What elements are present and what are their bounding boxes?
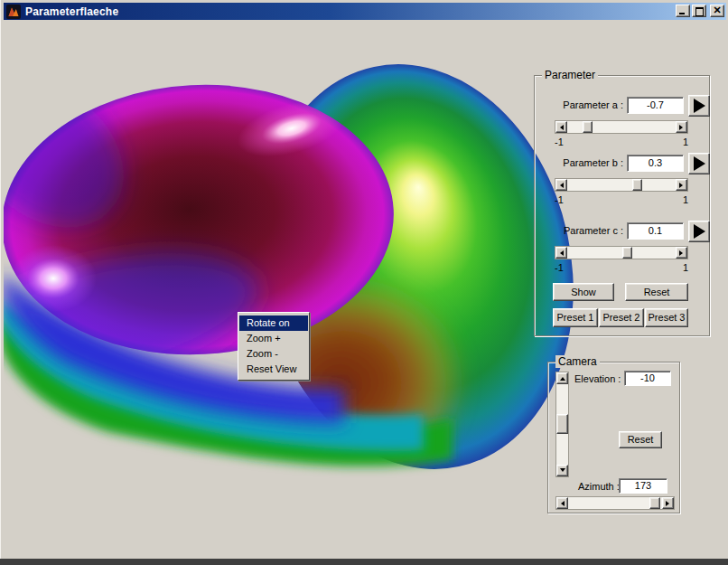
app-window: Parameterflaeche ✕ bbox=[0, 0, 728, 559]
elevation-slider[interactable] bbox=[555, 372, 569, 477]
param-c-field[interactable]: 0.1 bbox=[627, 222, 684, 240]
reset-button[interactable]: Reset bbox=[625, 283, 688, 301]
param-a-slider-thumb[interactable] bbox=[583, 121, 593, 133]
param-c-min-label: -1 bbox=[555, 262, 564, 273]
slider-up-arrow-icon[interactable] bbox=[556, 372, 568, 384]
maximize-button[interactable] bbox=[692, 5, 706, 17]
play-icon bbox=[694, 99, 705, 113]
slider-down-arrow-icon[interactable] bbox=[556, 465, 568, 476]
play-icon bbox=[694, 224, 705, 239]
azimuth-slider[interactable] bbox=[555, 496, 675, 510]
elevation-field[interactable]: -10 bbox=[624, 371, 671, 386]
show-button[interactable]: Show bbox=[553, 283, 614, 301]
slider-left-arrow-icon[interactable] bbox=[555, 121, 567, 133]
desktop-edge bbox=[0, 559, 728, 565]
matlab-icon bbox=[6, 5, 21, 19]
azimuth-slider-thumb[interactable] bbox=[649, 497, 660, 509]
param-b-play-button[interactable] bbox=[688, 153, 710, 174]
menu-item-zoom-out[interactable]: Zoom - bbox=[239, 346, 308, 362]
minimize-button[interactable] bbox=[676, 5, 690, 17]
preset1-button[interactable]: Preset 1 bbox=[553, 308, 598, 327]
close-icon: ✕ bbox=[711, 5, 723, 16]
camera-reset-button[interactable]: Reset bbox=[619, 431, 662, 448]
param-b-min-label: -1 bbox=[555, 194, 564, 205]
azimuth-field[interactable]: 173 bbox=[619, 478, 667, 494]
param-a-min-label: -1 bbox=[555, 137, 564, 147]
play-icon bbox=[694, 156, 705, 171]
param-a-slider[interactable] bbox=[555, 120, 688, 134]
titlebar[interactable]: Parameterflaeche ✕ bbox=[4, 3, 726, 20]
param-b-max-label: 1 bbox=[661, 194, 688, 205]
elevation-slider-thumb[interactable] bbox=[556, 414, 568, 434]
param-a-play-button[interactable] bbox=[688, 95, 710, 117]
param-c-max-label: 1 bbox=[661, 262, 688, 273]
param-b-slider-thumb[interactable] bbox=[632, 179, 642, 191]
parameter-panel-title: Parameter bbox=[542, 69, 598, 81]
slider-right-arrow-icon[interactable] bbox=[676, 121, 687, 133]
elevation-label: Elevation : bbox=[574, 373, 621, 384]
param-a-max-label: 1 bbox=[661, 137, 688, 147]
slider-left-arrow-icon[interactable] bbox=[556, 497, 568, 509]
param-a-field[interactable]: -0.7 bbox=[627, 97, 684, 114]
window-title: Parameterflaeche bbox=[25, 5, 118, 18]
param-c-slider[interactable] bbox=[555, 246, 688, 259]
slider-left-arrow-icon[interactable] bbox=[555, 179, 567, 191]
param-b-slider[interactable] bbox=[555, 178, 688, 192]
maximize-icon bbox=[695, 7, 704, 16]
azimuth-label: Azimuth : bbox=[578, 481, 620, 492]
parameter-panel: Parameter Parameter a : -0.7 -1 1 Parame… bbox=[534, 75, 710, 336]
slider-right-arrow-icon[interactable] bbox=[676, 247, 687, 259]
slider-right-arrow-icon[interactable] bbox=[662, 497, 674, 509]
slider-right-arrow-icon[interactable] bbox=[676, 179, 687, 191]
param-c-play-button[interactable] bbox=[688, 221, 710, 242]
param-b-field[interactable]: 0.3 bbox=[627, 155, 684, 172]
preset3-button[interactable]: Preset 3 bbox=[645, 308, 688, 327]
close-button[interactable]: ✕ bbox=[710, 5, 724, 17]
menu-item-reset-view[interactable]: Reset View bbox=[239, 362, 308, 377]
camera-panel-title: Camera bbox=[555, 355, 600, 368]
context-menu: Rotate on Zoom + Zoom - Reset View bbox=[238, 312, 310, 381]
preset2-button[interactable]: Preset 2 bbox=[599, 308, 644, 327]
menu-item-zoom-in[interactable]: Zoom + bbox=[239, 331, 308, 346]
figure-canvas: Parameter Parameter a : -0.7 -1 1 Parame… bbox=[4, 20, 726, 559]
camera-panel: Camera Elevation : -10 Reset Azimuth : 1… bbox=[547, 362, 680, 513]
param-c-label: Parameter c : bbox=[547, 225, 623, 236]
menu-item-rotate-on[interactable]: Rotate on bbox=[239, 315, 308, 331]
param-c-slider-thumb[interactable] bbox=[622, 247, 632, 259]
param-a-label: Parameter a : bbox=[547, 99, 623, 110]
slider-left-arrow-icon[interactable] bbox=[555, 247, 567, 259]
param-b-label: Parameter b : bbox=[547, 157, 623, 168]
minimize-icon bbox=[679, 13, 685, 14]
